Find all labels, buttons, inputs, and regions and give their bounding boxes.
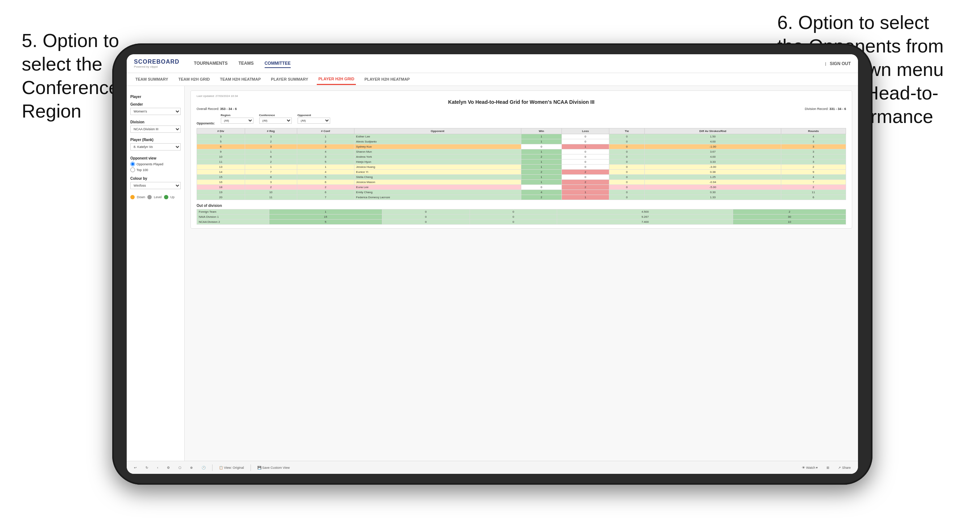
cell-rounds: 11 <box>781 190 846 195</box>
opponent-filter-group: Opponent (All) <box>298 114 330 125</box>
ood-cell-win: 5 <box>269 219 382 225</box>
cell-div: 9 <box>197 149 245 154</box>
cell-tie: 0 <box>609 170 645 175</box>
cell-div: 3 <box>197 134 245 139</box>
colour-by-label: Colour by <box>130 176 181 181</box>
cell-loss: 2 <box>562 185 609 190</box>
ood-cell-diff: 4.500 <box>557 210 733 214</box>
save-custom-view-btn[interactable]: 💾 Save Custom View <box>255 465 292 470</box>
table-row: 5 2 2 Alexis Sudjianto 1 0 0 4.00 3 <box>197 139 846 144</box>
table-row: 13 1 1 Jessica Huang 1 0 0 -3.00 2 <box>197 165 846 170</box>
cell-tie: 0 <box>609 190 645 195</box>
opponent-filter-label: Opponent <box>298 114 330 117</box>
h2h-table: # Div # Reg # Conf Opponent Win Loss Tie… <box>197 128 846 200</box>
layout-btn[interactable]: ⊞ <box>824 465 832 470</box>
clock-btn[interactable]: 🕐 <box>199 465 208 470</box>
conference-select[interactable]: (All) <box>259 117 292 124</box>
subnav-team-h2h-heatmap[interactable]: TEAM H2H HEATMAP <box>218 74 262 84</box>
brush-btn[interactable]: ⬡ <box>176 465 183 470</box>
redo-btn[interactable]: ↻ <box>143 465 151 470</box>
cell-conf: 1 <box>297 134 354 139</box>
subnav-team-summary[interactable]: TEAM SUMMARY <box>134 74 170 84</box>
cell-div: 18 <box>197 185 245 190</box>
cell-loss: 1 <box>562 144 609 149</box>
records-row: Overall Record: 353 - 34 - 6 Division Re… <box>197 107 846 111</box>
left-sidebar: Player Gender Women's Division NCAA Divi… <box>127 86 185 461</box>
cell-conf: 5 <box>297 175 354 180</box>
back-btn[interactable]: ‹ <box>155 465 161 470</box>
cell-reg: 1 <box>245 165 297 170</box>
opponent-view-label: Opponent view <box>130 156 181 160</box>
legend-area: Down Level Up <box>130 195 181 199</box>
cell-win: 2 <box>521 154 562 160</box>
subnav-player-h2h-grid[interactable]: PLAYER H2H GRID <box>317 74 355 85</box>
table-row: 11 2 5 Heejo Hyun 1 0 0 3.33 3 <box>197 160 846 165</box>
cell-rounds: 3 <box>781 139 846 144</box>
cell-win: 0 <box>521 144 562 149</box>
dot-up <box>164 195 168 199</box>
link-btn[interactable]: ⊕ <box>188 465 195 470</box>
cell-rounds: 2 <box>781 165 846 170</box>
colour-by-select[interactable]: Win/loss <box>130 182 181 189</box>
gender-select[interactable]: Women's <box>130 108 181 115</box>
ood-cell-diff: 7.400 <box>557 219 733 225</box>
player-rank-select[interactable]: 8. Katelyn Vo <box>130 143 181 151</box>
filter-row: Opponents: Region (All) Conference ( <box>197 114 846 125</box>
cell-conf: 3 <box>297 154 354 160</box>
player-rank-label: Player (Rank) <box>130 138 181 142</box>
subnav-player-h2h-heatmap[interactable]: PLAYER H2H HEATMAP <box>363 74 411 84</box>
opponent-select[interactable]: (All) <box>298 117 330 124</box>
nav-tournaments[interactable]: TOURNAMENTS <box>194 59 228 68</box>
cell-win: 1 <box>521 149 562 154</box>
cell-reg: 7 <box>245 170 297 175</box>
cell-reg: 8 <box>245 175 297 180</box>
division-select[interactable]: NCAA Division III <box>130 125 181 133</box>
ood-cell-loss: 0 <box>382 214 469 219</box>
cell-rounds: 9 <box>781 170 846 175</box>
th-opponent: Opponent <box>354 129 521 134</box>
cell-tie: 0 <box>609 144 645 149</box>
cell-opponent: Andrea York <box>354 154 521 160</box>
cell-rounds: 3 <box>781 149 846 154</box>
cell-win: 1 <box>521 180 562 185</box>
watch-btn[interactable]: 👁 Watch ▾ <box>800 465 820 470</box>
undo-btn[interactable]: ↩ <box>132 465 139 470</box>
cell-tie: 0 <box>609 195 645 200</box>
settings-btn[interactable]: ⚙ <box>165 465 172 470</box>
radio-top100[interactable]: Top 100 <box>130 167 181 172</box>
region-select[interactable]: (All) <box>221 117 253 124</box>
cell-opponent: Jessica Mason <box>354 180 521 185</box>
table-row: 20 11 7 Federica Domecq Lacroze 2 1 0 1.… <box>197 195 846 200</box>
dot-up-label: Up <box>170 195 175 199</box>
opponents-label: Opponents: <box>197 122 215 125</box>
cell-opponent: Euna Lee <box>354 185 521 190</box>
cell-tie: 0 <box>609 175 645 180</box>
subnav-player-summary[interactable]: PLAYER SUMMARY <box>269 74 310 84</box>
cell-conf: 2 <box>297 139 354 144</box>
cell-win: 1 <box>521 160 562 165</box>
dot-down <box>130 195 135 199</box>
view-original-btn[interactable]: 📋 View: Original <box>217 465 246 470</box>
cell-rounds: 4 <box>781 175 846 180</box>
cell-diff: 3.33 <box>645 160 781 165</box>
cell-loss: 0 <box>562 154 609 160</box>
nav-teams[interactable]: TEAMS <box>239 59 254 68</box>
cell-win: 1 <box>521 175 562 180</box>
radio-opponents-played[interactable]: Opponents Played <box>130 162 181 167</box>
sign-out-button[interactable]: Sign out <box>830 60 851 68</box>
cell-div: 16 <box>197 180 245 185</box>
cell-diff: 1.25 <box>645 175 781 180</box>
out-of-division-title: Out of division <box>197 204 846 208</box>
table-row: 19 10 6 Emily Chang 4 1 0 0.30 11 <box>197 190 846 195</box>
cell-conf: 4 <box>297 170 354 175</box>
cell-rounds: 4 <box>781 134 846 139</box>
nav-committee[interactable]: COMMITTEE <box>265 59 291 68</box>
cell-rounds: 2 <box>781 185 846 190</box>
player-section-label: Player <box>130 95 181 99</box>
division-record: Division Record: 331 - 34 - 6 <box>805 107 846 111</box>
subnav-team-h2h-grid[interactable]: TEAM H2H GRID <box>177 74 212 84</box>
cell-div: 15 <box>197 175 245 180</box>
share-btn[interactable]: ↗ Share <box>836 465 853 470</box>
ood-cell-tie: 0 <box>469 210 557 214</box>
cell-loss: 0 <box>562 165 609 170</box>
